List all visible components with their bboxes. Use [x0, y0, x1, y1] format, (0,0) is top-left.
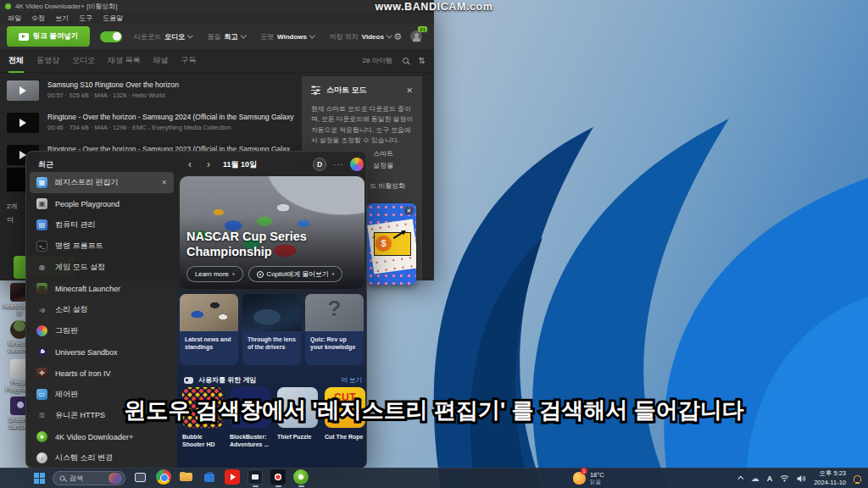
- chevron-down-icon: [187, 33, 192, 38]
- download-row[interactable]: Samsung S10 Ringtone Over the horizon00:…: [0, 75, 300, 107]
- tire-question-image: ?: [305, 294, 364, 331]
- weather-widget[interactable]: 1 18°C 맑음: [573, 471, 604, 486]
- smart-mode-toggle[interactable]: [100, 31, 122, 42]
- youtube-icon: [225, 469, 240, 485]
- people-playground-icon: ▣: [36, 198, 47, 209]
- recent-item-universe-sandbox[interactable]: Universe Sandbox: [30, 341, 174, 363]
- setting-value: 최고: [225, 32, 238, 42]
- more-options-icon[interactable]: ···: [333, 160, 343, 169]
- account-avatar[interactable]: [410, 30, 422, 42]
- taskbar-store-icon[interactable]: [202, 469, 217, 487]
- paste-link-button[interactable]: 링크 붙여넣기: [7, 26, 90, 47]
- partial-text-fragment: 2개: [7, 202, 17, 211]
- taskbar-task-view-icon[interactable]: [133, 469, 148, 487]
- karting-overhead-image: [180, 294, 238, 331]
- recent-item-minecraft-launcher[interactable]: ▩Minecraft Launcher: [30, 278, 174, 299]
- download-text: Ringtone - Over the horizon - Samsung 20…: [47, 113, 293, 131]
- recent-item-소리-설정[interactable]: ◁)소리 설정: [30, 299, 174, 320]
- chevron-right-icon: ›: [332, 270, 335, 278]
- forward-icon[interactable]: ›: [203, 158, 214, 170]
- ad-close-icon[interactable]: ✕: [404, 206, 414, 215]
- tray-overflow-icon[interactable]: [737, 476, 743, 482]
- setting-dropdown[interactable]: 다운로드오디오: [134, 32, 192, 42]
- ime-indicator[interactable]: A: [767, 474, 773, 483]
- onedrive-cloud-icon[interactable]: ☁: [751, 474, 760, 483]
- registry-editor-icon: ▦: [36, 177, 47, 188]
- learn-more-button[interactable]: Learn more ›: [186, 266, 243, 282]
- news-card[interactable]: ?Quiz: Rev up your knowledge: [305, 294, 364, 365]
- recent-item-4k-video-downloader+[interactable]: ●4K Video Downloader+: [30, 426, 174, 447]
- back-icon[interactable]: ‹: [184, 158, 196, 170]
- tab-채널[interactable]: 채널: [153, 48, 169, 73]
- remove-icon[interactable]: ✕: [161, 179, 167, 186]
- speaker-icon[interactable]: [797, 474, 806, 483]
- tab-오디오[interactable]: 오디오: [72, 48, 95, 73]
- tab-동영상[interactable]: 동영상: [36, 48, 59, 73]
- setting-dropdown[interactable]: 저장 위치Videos: [330, 32, 392, 42]
- taskbar-file-explorer-icon[interactable]: [179, 469, 194, 487]
- menu-item-수정[interactable]: 수정: [31, 14, 45, 23]
- recent-item-people-playground[interactable]: ▣People Playground: [30, 193, 174, 214]
- taskbar-record-icon[interactable]: [270, 469, 286, 487]
- recent-item-게임-모드-설정[interactable]: ◎게임 모드 설정: [30, 257, 174, 278]
- taskbar-bandicam-icon[interactable]: [248, 469, 263, 487]
- news-card[interactable]: Through the lens of the drivers: [242, 294, 301, 365]
- download-meta: 00:46 · 734 kB · M4A · 129k · EMC - Ever…: [47, 124, 293, 131]
- games-more-link[interactable]: 더 보기: [341, 376, 362, 385]
- taskbar-chrome-icon[interactable]: [156, 469, 171, 487]
- promo-ad-card: $ ✕: [367, 203, 416, 285]
- weather-condition: 맑음: [590, 479, 604, 486]
- recent-item-hearts-of-iron-iv[interactable]: ✚Hearts of Iron IV: [30, 363, 174, 384]
- copilot-icon[interactable]: [350, 158, 364, 171]
- download-row[interactable]: Ringtone - Over the horizon - Samsung 20…: [0, 107, 300, 139]
- gear-icon[interactable]: ⚙: [393, 31, 402, 42]
- taskbar-youtube-icon[interactable]: [225, 469, 240, 487]
- news-card[interactable]: Latest news and standings: [180, 294, 238, 365]
- fourk-downloader-icon: ●: [36, 431, 47, 442]
- tab-구독[interactable]: 구독: [181, 48, 197, 73]
- ask-copilot-button[interactable]: Copilot에게 물어보기 ›: [248, 266, 343, 282]
- nascar-hero-card[interactable]: NASCAR Cup Series Championship Learn mor…: [180, 176, 364, 289]
- news-caption: Latest news and standings: [180, 331, 238, 356]
- dollar-icon: $: [376, 236, 392, 252]
- user-avatar[interactable]: D: [313, 158, 326, 171]
- sound-settings-icon: ◁): [36, 304, 47, 315]
- open-indicator: [253, 485, 259, 487]
- setting-dropdown[interactable]: 품질최고: [208, 32, 246, 42]
- menu-item-도구[interactable]: 도구: [79, 14, 92, 23]
- partial-thumbnail: [7, 168, 25, 191]
- taskbar-clock[interactable]: 오후 5:23 2024-11-10: [814, 469, 846, 486]
- notification-bell-icon[interactable]: [854, 475, 861, 482]
- recent-item-레지스트리-편집기[interactable]: ▦레지스트리 편집기✕: [30, 172, 174, 193]
- wifi-icon[interactable]: [780, 474, 789, 482]
- menu-item-도움말[interactable]: 도움말: [103, 14, 123, 23]
- smart-panel-close-icon[interactable]: ✕: [406, 86, 413, 95]
- video-subtitle: 윈도우 검색창에서 '레지스트리 편집기' 를 검색해서 들어갑니다: [0, 396, 868, 425]
- app-tabs: 전체동영상오디오재생 목록채널구독 28 아이템 ⇅: [0, 49, 434, 73]
- app-menubar: 파일수정보기도구도움말: [0, 12, 434, 24]
- recent-item-label: 레지스트리 편집기: [55, 177, 119, 188]
- setting-dropdown[interactable]: 포맷Windows: [260, 32, 314, 42]
- menu-item-보기[interactable]: 보기: [55, 14, 69, 23]
- recent-item-시스템-소리-변경[interactable]: ♪시스템 소리 변경: [30, 447, 174, 469]
- command-prompt-icon: >_: [36, 241, 47, 252]
- search-icon[interactable]: [403, 58, 409, 64]
- tab-전체[interactable]: 전체: [8, 48, 24, 73]
- taskbar-search-box[interactable]: 검색: [53, 471, 125, 485]
- game-mode-icon: ◎: [36, 262, 47, 273]
- setting-value: Windows: [277, 33, 307, 41]
- start-button[interactable]: [34, 473, 45, 484]
- recent-item-그림판[interactable]: 그림판: [30, 320, 174, 341]
- game-label: Cut The Rope: [325, 433, 365, 448]
- sort-icon[interactable]: ⇅: [419, 56, 426, 65]
- recent-item-컴퓨터-관리[interactable]: ▤컴퓨터 관리: [30, 214, 174, 236]
- search-placeholder: 검색: [70, 474, 104, 483]
- tab-재생 목록[interactable]: 재생 목록: [108, 48, 141, 73]
- recent-item-명령-프롬프트[interactable]: >_명령 프롬프트: [30, 236, 174, 257]
- menu-item-파일[interactable]: 파일: [8, 14, 21, 23]
- search-icon: [60, 476, 65, 481]
- bandicam-watermark: www.BANDICAM.com: [0, 1, 868, 13]
- taskbar-fourk-downloader-icon[interactable]: [293, 469, 309, 487]
- play-icon: [19, 33, 29, 41]
- content-date: 11월 10일: [223, 159, 257, 170]
